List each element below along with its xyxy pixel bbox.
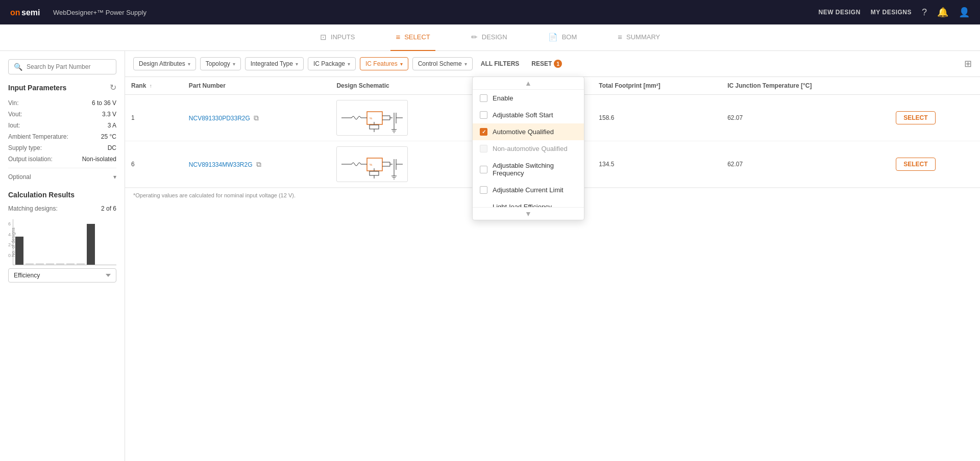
all-filters-button[interactable]: ALL FILTERS: [477, 58, 524, 70]
adj-switching-checkbox[interactable]: [480, 166, 487, 173]
optional-section[interactable]: Optional ▾: [8, 168, 116, 181]
summary-icon: ≡: [618, 33, 622, 41]
notification-icon[interactable]: 🔔: [937, 7, 948, 18]
light-load-checkbox[interactable]: [480, 207, 487, 208]
chart-x-dropdown[interactable]: Efficiency: [8, 268, 116, 283]
step-inputs-label: INPUTS: [331, 33, 355, 41]
refresh-icon[interactable]: ↻: [110, 83, 116, 92]
bar-8: [87, 224, 95, 265]
step-summary[interactable]: ≡ SUMMARY: [612, 24, 665, 51]
step-inputs[interactable]: ⊡ INPUTS: [315, 24, 360, 51]
integrated-type-filter[interactable]: Integrated Type ▾: [245, 57, 304, 70]
select-button-2[interactable]: SELECT: [896, 158, 935, 171]
automotive-checkbox[interactable]: ✓: [480, 128, 487, 136]
app-title: WebDesigner+™ Power Supply: [53, 9, 146, 16]
input-params-header: Input Parameters ↻: [8, 83, 116, 92]
design-attributes-filter[interactable]: Design Attributes ▾: [133, 57, 196, 70]
isolation-label: Output isolation:: [8, 156, 53, 163]
dropdown-item-light-load[interactable]: Light-load Efficiency Enhanced: [473, 198, 584, 207]
action-cell-2: SELECT: [890, 141, 980, 188]
step-bom-label: BOM: [562, 33, 577, 41]
svg-text:on: on: [10, 8, 20, 17]
rank-header: Rank ↑: [125, 77, 183, 95]
search-box[interactable]: 🔍: [8, 59, 116, 74]
part-link-1[interactable]: NCV891330PD33R2G: [189, 115, 250, 122]
matching-row: Matching designs: 2 of 6: [8, 205, 116, 212]
footprint-cell-2: 134.5: [593, 141, 721, 188]
control-scheme-label: Control Scheme: [418, 60, 462, 67]
ic-features-dropdown: ▲ Enable Adjustable Soft Start: [472, 76, 584, 220]
footprint-header: Total Footprint [mm²]: [593, 77, 721, 95]
enable-checkbox[interactable]: [480, 94, 487, 102]
temp-cell-2: 62.07: [721, 141, 890, 188]
logo-area: on semi WebDesigner+™ Power Supply: [10, 6, 146, 18]
param-amb-temp: Ambient Temperature: 25 °C: [8, 133, 116, 140]
schematic-svg-1: %: [339, 101, 405, 135]
design-attributes-label: Design Attributes: [139, 60, 185, 67]
sidebar: 🔍 Input Parameters ↻ Vin: 6 to 36 V Vout…: [0, 51, 125, 461]
ic-features-label: IC Features: [365, 60, 398, 67]
part-number-cell-1: NCV891330PD33R2G ⧉: [183, 95, 331, 141]
dropdown-item-adj-switching[interactable]: Adjustable Switching Frequency: [473, 157, 584, 182]
step-bom[interactable]: 📄 BOM: [543, 24, 582, 51]
design-attributes-chevron-icon: ▾: [188, 61, 190, 67]
soft-start-checkbox[interactable]: [480, 111, 487, 119]
account-icon[interactable]: 👤: [959, 7, 970, 18]
matching-value: 2 of 6: [101, 205, 116, 212]
select-button-1[interactable]: SELECT: [896, 111, 935, 124]
ic-features-filter[interactable]: IC Features ▾: [360, 57, 408, 70]
schematic-cell-2: %: [330, 141, 476, 188]
dropdown-scroll-down[interactable]: ▼: [473, 207, 584, 220]
bar-6: [66, 263, 75, 265]
ic-package-filter[interactable]: IC Package ▾: [308, 57, 356, 70]
copy-icon-1[interactable]: ⧉: [254, 114, 259, 122]
copy-icon-2[interactable]: ⧉: [256, 160, 261, 168]
reset-label: RESET: [531, 60, 552, 67]
param-isolation: Output isolation: Non-isolated: [8, 156, 116, 163]
top-nav: on semi WebDesigner+™ Power Supply NEW D…: [0, 0, 980, 24]
topology-filter[interactable]: Topology ▾: [200, 57, 241, 70]
amb-temp-value: 25 °C: [101, 133, 116, 140]
dropdown-scroll-up[interactable]: ▲: [473, 77, 584, 90]
dropdown-item-adj-current[interactable]: Adjustable Current Limit: [473, 182, 584, 198]
chart-bars: [13, 219, 116, 265]
step-select[interactable]: ≡ SELECT: [390, 24, 435, 51]
design-schematic-header: Design Schematic: [330, 77, 476, 95]
part-link-2[interactable]: NCV891334MW33R2G: [189, 161, 253, 168]
action-cell-1: SELECT: [890, 95, 980, 141]
new-design-link[interactable]: NEW DESIGN: [819, 9, 861, 16]
bar-3: [36, 263, 44, 265]
adj-current-checkbox[interactable]: [480, 186, 487, 194]
supply-type-label: Supply type:: [8, 144, 42, 151]
reset-button[interactable]: RESET 1: [527, 57, 566, 70]
enable-label: Enable: [493, 94, 513, 102]
adj-switching-label: Adjustable Switching Frequency: [493, 162, 577, 177]
columns-icon[interactable]: ⊞: [964, 58, 972, 69]
step-nav: ⊡ INPUTS ≡ SELECT ✏ DESIGN 📄 BOM ≡ SUMMA…: [0, 24, 980, 51]
content-area: Design Attributes ▾ Topology ▾ Integrate…: [125, 51, 980, 461]
y-axis-title: No. of designs: [11, 227, 16, 257]
svg-text:%: %: [370, 117, 373, 120]
select-icon: ≡: [396, 33, 400, 41]
my-designs-link[interactable]: MY DESIGNS: [871, 9, 912, 16]
step-design[interactable]: ✏ DESIGN: [466, 24, 512, 51]
search-input[interactable]: [27, 63, 111, 70]
control-scheme-filter[interactable]: Control Scheme ▾: [412, 57, 473, 70]
help-icon[interactable]: ?: [922, 7, 927, 18]
vout-value: 3.3 V: [102, 111, 116, 118]
svg-text:semi: semi: [21, 8, 40, 17]
input-params-title: Input Parameters: [8, 84, 66, 92]
integrated-type-chevron-icon: ▾: [296, 61, 298, 67]
search-icon: 🔍: [14, 63, 22, 71]
part-number-cell-2: NCV891334MW33R2G ⧉: [183, 141, 331, 188]
rank-cell-1: 1: [125, 95, 183, 141]
rank-sort-icon[interactable]: ↑: [150, 83, 152, 89]
rank-cell-2: 6: [125, 141, 183, 188]
chart-wrapper: 6 4 2 0 No. of designs: [8, 219, 116, 265]
dropdown-item-soft-start[interactable]: Adjustable Soft Start: [473, 107, 584, 123]
bar-7: [77, 263, 85, 265]
dropdown-item-automotive[interactable]: ✓ Automotive Qualified: [473, 123, 584, 140]
dropdown-item-enable[interactable]: Enable: [473, 90, 584, 107]
onsemi-logo: on semi: [10, 6, 47, 18]
iout-label: Iout:: [8, 122, 20, 129]
